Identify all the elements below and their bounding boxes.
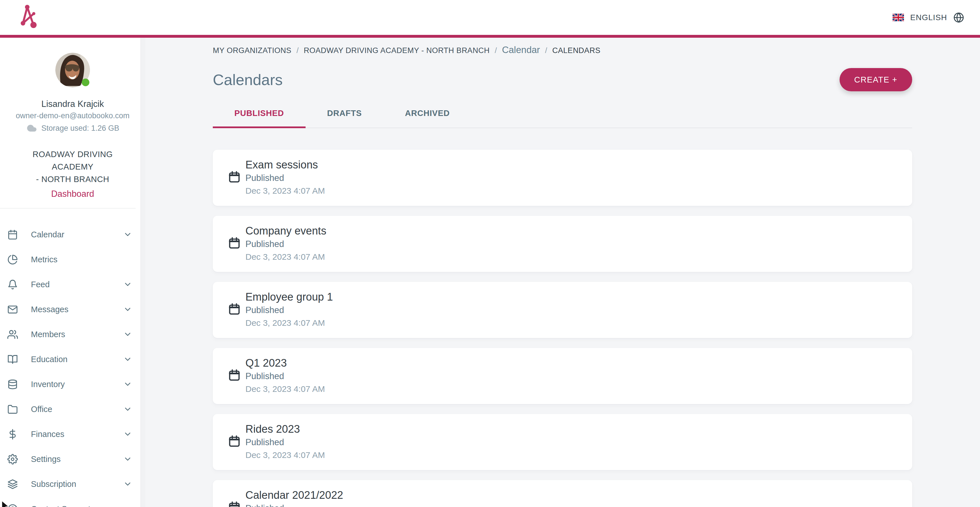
sidebar-item-contact-support[interactable]: Contact Support — [0, 496, 145, 507]
pie-chart-icon — [7, 254, 18, 265]
dollar-icon — [7, 429, 18, 440]
card-title: Calendar 2021/2022 — [245, 488, 901, 502]
chevron-down-icon[interactable] — [123, 455, 132, 464]
sidebar-item-messages[interactable]: Messages — [0, 297, 145, 322]
card-date: Dec 3, 2023 4:07 AM — [245, 184, 901, 197]
database-icon — [7, 379, 18, 389]
calendar-icon — [228, 435, 240, 447]
tabs: PUBLISHED DRAFTS ARCHIVED — [213, 99, 912, 128]
card-status: Published — [245, 238, 901, 250]
calendar-icon — [228, 303, 240, 315]
breadcrumb-separator: / — [296, 46, 299, 55]
calendar-card[interactable]: Company events Published Dec 3, 2023 4:0… — [213, 216, 912, 272]
calendar-card[interactable]: Calendar 2021/2022 Published Dec 3, 2023… — [213, 480, 912, 507]
breadcrumb: MY ORGANIZATIONS / ROADWAY DRIVING ACADE… — [213, 45, 912, 54]
calendar-icon — [228, 171, 240, 183]
calendar-list: Exam sessions Published Dec 3, 2023 4:07… — [213, 150, 912, 507]
chevron-down-icon[interactable] — [123, 405, 132, 414]
language-switcher[interactable]: ENGLISH — [892, 0, 964, 35]
breadcrumb-separator: / — [495, 46, 497, 55]
breadcrumb-separator: / — [545, 46, 547, 55]
chevron-down-icon[interactable] — [123, 305, 132, 314]
calendar-icon — [228, 501, 240, 507]
mail-icon — [7, 304, 18, 315]
language-label: ENGLISH — [910, 13, 947, 22]
page-title: Calendars — [213, 71, 283, 89]
sidebar-item-settings[interactable]: Settings — [0, 447, 145, 472]
chevron-down-icon[interactable] — [123, 280, 132, 289]
create-button[interactable]: CREATE + — [840, 68, 912, 91]
chevron-down-icon[interactable] — [123, 480, 132, 489]
cloud-icon — [26, 124, 37, 132]
sidebar-item-office[interactable]: Office — [0, 397, 145, 422]
sidebar-item-feed[interactable]: Feed — [0, 272, 145, 297]
tab-drafts[interactable]: DRAFTS — [305, 99, 383, 127]
sidebar-divider — [0, 208, 135, 208]
chevron-down-icon[interactable] — [123, 429, 132, 439]
sidebar-item-inventory[interactable]: Inventory — [0, 372, 145, 397]
card-title: Q1 2023 — [245, 356, 901, 370]
tab-archived[interactable]: ARCHIVED — [383, 99, 471, 127]
calendar-card[interactable]: Employee group 1 Published Dec 3, 2023 4… — [213, 282, 912, 338]
sidebar-item-calendar[interactable]: Calendar — [0, 222, 145, 247]
accent-divider-bar — [0, 35, 980, 38]
card-status: Published — [245, 304, 901, 316]
card-title: Company events — [245, 224, 901, 238]
card-title: Rides 2023 — [245, 422, 901, 436]
organization-name: ROADWAY DRIVING ACADEMY - NORTH BRANCH — [0, 148, 145, 186]
calendar-card[interactable]: Exam sessions Published Dec 3, 2023 4:07… — [213, 150, 912, 206]
card-date: Dec 3, 2023 4:07 AM — [245, 448, 901, 462]
sidebar-item-subscription[interactable]: Subscription — [0, 472, 145, 496]
uk-flag-icon — [892, 14, 904, 21]
calendar-card[interactable]: Rides 2023 Published Dec 3, 2023 4:07 AM — [213, 414, 912, 470]
sidebar: Lisandra Krajcik owner-demo-en@autobooko… — [0, 38, 145, 507]
card-date: Dec 3, 2023 4:07 AM — [245, 250, 901, 264]
chevron-down-icon[interactable] — [123, 355, 132, 364]
chevron-down-icon[interactable] — [123, 330, 132, 339]
calendar-icon — [7, 229, 18, 240]
chevron-down-icon[interactable] — [123, 230, 132, 239]
storage-used: Storage used: 1.26 GB — [41, 124, 119, 133]
card-status: Published — [245, 172, 901, 184]
card-date: Dec 3, 2023 4:07 AM — [245, 383, 901, 396]
user-block: Lisandra Krajcik owner-demo-en@autobooko… — [0, 38, 145, 200]
main-content: MY ORGANIZATIONS / ROADWAY DRIVING ACADE… — [145, 38, 980, 507]
card-status: Published — [245, 370, 901, 383]
mouse-cursor — [0, 500, 11, 507]
app-logo-icon[interactable] — [21, 5, 37, 30]
top-bar: ENGLISH — [0, 0, 980, 35]
dashboard-link[interactable]: Dashboard — [51, 188, 94, 200]
online-status-dot — [82, 79, 89, 86]
sidebar-scrollbar[interactable] — [140, 38, 145, 507]
calendar-icon — [228, 369, 240, 381]
card-title: Exam sessions — [245, 158, 901, 172]
breadcrumb-item-organization[interactable]: ROADWAY DRIVING ACADEMY - NORTH BRANCH — [304, 46, 490, 55]
title-row: Calendars CREATE + — [213, 68, 912, 91]
user-avatar[interactable] — [55, 53, 90, 87]
users-icon — [7, 329, 18, 340]
breadcrumb-item-calendar: Calendar — [502, 45, 540, 55]
sidebar-menu: Calendar Metrics Feed Messages — [0, 222, 145, 507]
breadcrumb-item-my-organizations[interactable]: MY ORGANIZATIONS — [213, 46, 291, 55]
globe-icon — [953, 12, 964, 23]
user-email: owner-demo-en@autobooko.com — [0, 111, 145, 120]
card-title: Employee group 1 — [245, 290, 901, 304]
folder-icon — [7, 404, 18, 415]
calendar-card[interactable]: Q1 2023 Published Dec 3, 2023 4:07 AM — [213, 348, 912, 404]
gear-icon — [7, 454, 18, 464]
sidebar-item-finances[interactable]: Finances — [0, 422, 145, 447]
bell-icon — [7, 279, 18, 290]
user-name: Lisandra Krajcik — [0, 99, 145, 109]
storage-row: Storage used: 1.26 GB — [0, 124, 145, 133]
sidebar-item-members[interactable]: Members — [0, 322, 145, 347]
card-status: Published — [245, 436, 901, 448]
book-open-icon — [7, 354, 18, 365]
tab-published[interactable]: PUBLISHED — [213, 99, 305, 127]
sidebar-item-education[interactable]: Education — [0, 347, 145, 372]
sidebar-item-metrics[interactable]: Metrics — [0, 247, 145, 272]
card-date: Dec 3, 2023 4:07 AM — [245, 316, 901, 329]
calendar-icon — [228, 237, 240, 249]
layers-icon — [7, 479, 18, 490]
chevron-down-icon[interactable] — [123, 380, 132, 389]
breadcrumb-item-calendars: CALENDARS — [552, 46, 601, 55]
